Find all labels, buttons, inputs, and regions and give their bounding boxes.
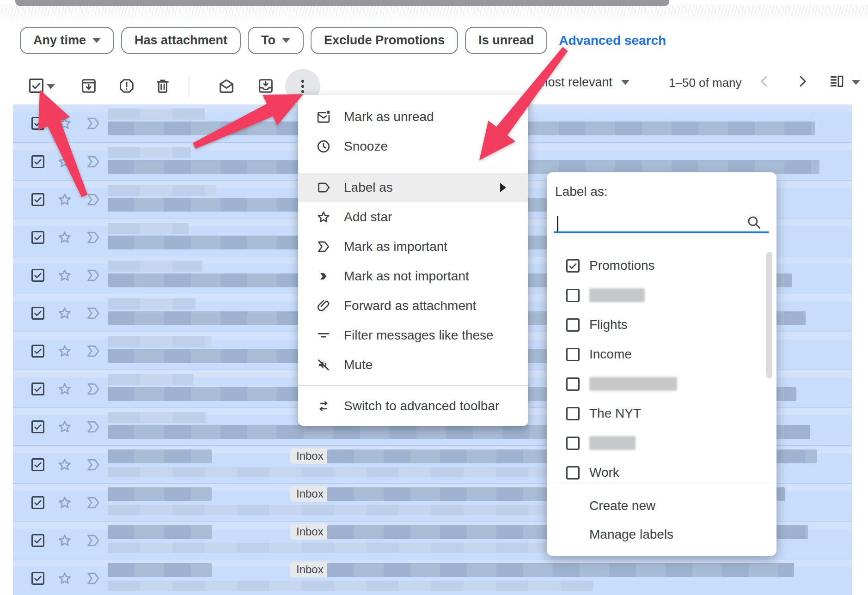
filter-chip-to[interactable]: To bbox=[248, 27, 304, 54]
split-pane-caret-icon[interactable] bbox=[852, 80, 860, 85]
select-all-checkbox[interactable] bbox=[29, 79, 43, 93]
importance-marker-icon[interactable] bbox=[85, 494, 102, 511]
row-checkbox[interactable] bbox=[31, 534, 44, 547]
label-checkbox[interactable] bbox=[566, 377, 580, 391]
importance-marker-icon[interactable] bbox=[85, 343, 102, 359]
row-checkbox[interactable] bbox=[31, 496, 44, 509]
star-icon[interactable] bbox=[56, 570, 73, 587]
importance-marker-icon[interactable] bbox=[85, 305, 102, 322]
star-icon[interactable] bbox=[56, 532, 73, 549]
create-new-label-button[interactable]: Create new bbox=[547, 492, 776, 520]
row-checkbox[interactable] bbox=[31, 193, 44, 206]
filter-chip-has-attachment[interactable]: Has attachment bbox=[121, 27, 241, 54]
email-row[interactable]: Inbox bbox=[13, 559, 852, 595]
row-checkbox[interactable] bbox=[31, 382, 44, 395]
label-checkbox[interactable] bbox=[566, 466, 580, 480]
label-checkbox[interactable] bbox=[566, 348, 580, 361]
blurred-sender bbox=[108, 487, 212, 501]
menu-item-add-star[interactable]: Add star bbox=[298, 202, 528, 232]
blurred-sender bbox=[108, 412, 207, 423]
blurred-sender bbox=[108, 261, 202, 272]
label-name: Flights bbox=[589, 317, 627, 332]
row-checkbox[interactable] bbox=[31, 269, 44, 282]
label-checkbox[interactable] bbox=[566, 437, 580, 450]
menu-item-snooze[interactable]: Snooze bbox=[298, 132, 528, 161]
importance-marker-icon[interactable] bbox=[85, 381, 102, 397]
advanced-search-link[interactable]: Advanced search bbox=[559, 33, 666, 48]
importance-marker-icon[interactable] bbox=[85, 191, 102, 208]
row-checkbox[interactable] bbox=[31, 117, 44, 130]
archive-button[interactable] bbox=[80, 77, 98, 95]
row-checkbox[interactable] bbox=[31, 420, 44, 433]
split-pane-toggle[interactable] bbox=[828, 73, 845, 90]
label-option-work[interactable]: Work bbox=[547, 458, 764, 484]
star-icon[interactable] bbox=[56, 191, 73, 208]
row-checkbox[interactable] bbox=[31, 307, 44, 320]
star-icon[interactable] bbox=[56, 381, 73, 397]
menu-item-label: Filter messages like these bbox=[344, 328, 494, 343]
importance-marker-icon[interactable] bbox=[85, 456, 102, 473]
menu-item-mark-as-important[interactable]: Mark as important bbox=[298, 232, 528, 261]
filter-chip-any-time[interactable]: Any time bbox=[20, 27, 114, 54]
menu-item-mute[interactable]: Mute bbox=[298, 350, 528, 380]
star-icon[interactable] bbox=[56, 419, 73, 435]
row-checkbox[interactable] bbox=[31, 458, 44, 471]
menu-item-mark-as-not-important[interactable]: Mark as not important bbox=[298, 261, 528, 291]
label-checkbox[interactable] bbox=[566, 407, 580, 420]
row-checkbox[interactable] bbox=[31, 572, 44, 585]
label-option-the-nyt[interactable]: The NYT bbox=[547, 399, 764, 428]
blurred-sender bbox=[108, 374, 193, 385]
row-checkbox[interactable] bbox=[31, 345, 44, 358]
label-checkbox[interactable] bbox=[566, 289, 580, 302]
menu-item-filter-messages-like-these[interactable]: Filter messages like these bbox=[298, 321, 528, 350]
label-option-promotions[interactable]: Promotions bbox=[547, 251, 764, 280]
label-option-blurred[interactable] bbox=[547, 428, 764, 458]
star-icon[interactable] bbox=[56, 343, 73, 359]
star-icon[interactable] bbox=[56, 153, 73, 170]
importance-marker-icon[interactable] bbox=[85, 570, 102, 587]
menu-item-mark-as-unread[interactable]: Mark as unread bbox=[298, 102, 528, 132]
search-icon[interactable] bbox=[746, 214, 762, 231]
menu-item-label: Switch to advanced toolbar bbox=[344, 399, 499, 413]
star-icon[interactable] bbox=[56, 305, 73, 322]
filter-icon bbox=[316, 328, 331, 343]
filter-chip-is-unread[interactable]: Is unread bbox=[465, 27, 547, 54]
older-page-button[interactable] bbox=[794, 73, 811, 90]
move-to-button[interactable] bbox=[257, 77, 275, 95]
importance-marker-icon[interactable] bbox=[85, 115, 102, 132]
star-icon[interactable] bbox=[56, 267, 73, 284]
label-option-income[interactable]: Income bbox=[547, 340, 764, 369]
mark-as-read-button[interactable] bbox=[218, 77, 235, 95]
label-option-flights[interactable]: Flights bbox=[547, 310, 764, 340]
chevron-down-icon bbox=[282, 38, 290, 43]
importance-marker-icon[interactable] bbox=[85, 532, 102, 549]
label-option-blurred[interactable] bbox=[547, 369, 764, 399]
filter-chip-exclude-promotions[interactable]: Exclude Promotions bbox=[311, 27, 458, 54]
sort-caret-icon[interactable] bbox=[621, 80, 630, 85]
importance-marker-icon[interactable] bbox=[85, 229, 102, 246]
importance-marker-icon[interactable] bbox=[85, 419, 102, 435]
label-option-blurred[interactable] bbox=[547, 280, 764, 310]
chevron-down-icon bbox=[92, 38, 101, 43]
label-list-scrollbar[interactable] bbox=[766, 252, 772, 378]
star-icon[interactable] bbox=[56, 494, 73, 511]
menu-item-forward-as-attachment[interactable]: Forward as attachment bbox=[298, 291, 528, 321]
importance-marker-icon[interactable] bbox=[85, 153, 102, 170]
star-icon[interactable] bbox=[56, 229, 73, 246]
row-checkbox[interactable] bbox=[31, 231, 44, 244]
row-checkbox[interactable] bbox=[31, 155, 44, 168]
delete-button[interactable] bbox=[154, 77, 171, 95]
label-checkbox[interactable] bbox=[566, 259, 580, 273]
select-dropdown-caret-icon[interactable] bbox=[47, 84, 55, 89]
sort-dropdown[interactable]: Most relevant bbox=[538, 75, 612, 90]
blurred-sender bbox=[108, 563, 212, 577]
label-checkbox[interactable] bbox=[566, 318, 580, 332]
star-icon[interactable] bbox=[56, 456, 73, 473]
manage-labels-button[interactable]: Manage labels bbox=[547, 520, 776, 549]
importance-marker-icon[interactable] bbox=[85, 267, 102, 284]
star-icon[interactable] bbox=[56, 115, 73, 132]
newer-page-button[interactable] bbox=[756, 73, 773, 90]
menu-item-switch-to-advanced-toolbar[interactable]: Switch to advanced toolbar bbox=[298, 391, 528, 421]
menu-item-label-as[interactable]: Label as bbox=[298, 173, 528, 202]
report-spam-button[interactable] bbox=[118, 77, 135, 95]
